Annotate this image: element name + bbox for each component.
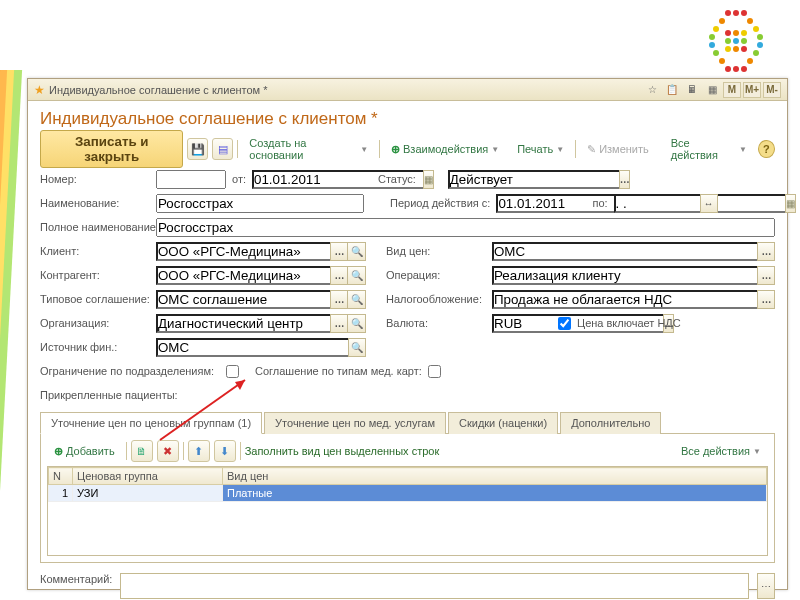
window-title: Индивидуальное соглашение с клиентом * (49, 84, 268, 96)
vat-included-checkbox[interactable] (558, 317, 571, 330)
client-label: Клиент: (40, 245, 150, 257)
grid[interactable]: N Ценовая группа Вид цен 1 УЗИ Платные (47, 466, 768, 556)
finsrc-label: Источник фин.: (40, 341, 150, 353)
star-icon: ★ (34, 83, 45, 97)
toolbar: Записать и закрыть 💾 ▤ Создать на основа… (40, 137, 775, 161)
clipboard-icon[interactable]: 📋 (663, 82, 681, 98)
org-label: Организация: (40, 317, 150, 329)
plus-icon: ⊕ (54, 445, 63, 458)
template-field[interactable] (156, 290, 330, 309)
tab-panel: ⊕Добавить 🗎 ✖ ⬆ ⬇ Заполнить вид цен выде… (40, 434, 775, 563)
org-field[interactable] (156, 314, 330, 333)
operation-picker-icon[interactable]: … (757, 266, 775, 285)
calendar-picker-icon[interactable]: ▦ (423, 170, 434, 189)
tax-label: Налогообложение: (386, 293, 486, 305)
org-search-icon[interactable]: 🔍 (348, 314, 366, 333)
calendar-icon[interactable]: ▦ (703, 82, 721, 98)
restrict-dept-checkbox[interactable] (226, 365, 239, 378)
tabs: Уточнение цен по ценовым группам (1) Уто… (40, 411, 775, 434)
mminus-btn[interactable]: M- (763, 82, 781, 98)
grid-all-actions-button[interactable]: Все действия▼ (674, 441, 768, 461)
pencil-icon: ✎ (587, 143, 596, 156)
contragent-label: Контрагент: (40, 269, 150, 281)
titlebar: ★ Индивидуальное соглашение с клиентом *… (28, 79, 787, 101)
mplus-btn[interactable]: M+ (743, 82, 761, 98)
patients-label: Прикрепленные пациенты: (40, 389, 178, 401)
m-btn[interactable]: M (723, 82, 741, 98)
add-button[interactable]: ⊕Добавить (47, 441, 122, 462)
org-picker-icon[interactable]: … (330, 314, 348, 333)
pricetype-picker-icon[interactable]: … (757, 242, 775, 261)
cardtypes-checkbox[interactable] (428, 365, 441, 378)
status-field[interactable] (448, 170, 619, 189)
from-label: от: (232, 173, 246, 185)
contragent-field[interactable] (156, 266, 330, 285)
contragent-picker-icon[interactable]: … (330, 266, 348, 285)
tab-med-services[interactable]: Уточнение цен по мед. услугам (264, 412, 446, 434)
status-label: Статус: (378, 173, 416, 185)
col-n[interactable]: N (49, 468, 73, 485)
vat-included-label: Цена включает НДС (577, 317, 681, 329)
tab-additional[interactable]: Дополнительно (560, 412, 661, 434)
tab-discounts[interactable]: Скидки (наценки) (448, 412, 558, 434)
move-up-icon[interactable]: ⬆ (188, 440, 210, 462)
edit-button[interactable]: ✎Изменить (580, 139, 656, 160)
fullname-field[interactable] (156, 218, 775, 237)
restrict-dept-label: Ограничение по подразделениям: (40, 365, 220, 377)
print-button[interactable]: Печать▼ (510, 139, 571, 159)
finsrc-search-icon[interactable]: 🔍 (348, 338, 366, 357)
all-actions-button[interactable]: Все действия▼ (664, 133, 754, 165)
comment-field[interactable] (120, 573, 749, 599)
client-field[interactable] (156, 242, 330, 261)
page-title: Индивидуальное соглашение с клиентом * (40, 109, 775, 129)
save-close-button[interactable]: Записать и закрыть (40, 130, 183, 168)
list-icon[interactable]: ▤ (212, 138, 233, 160)
to-label: по: (592, 197, 607, 209)
comment-label: Комментарий: (40, 573, 112, 585)
save-icon[interactable]: 💾 (187, 138, 208, 160)
comment-expand-icon[interactable]: ⋯ (757, 573, 775, 599)
client-search-icon[interactable]: 🔍 (348, 242, 366, 261)
fav-icon[interactable]: ☆ (643, 82, 661, 98)
tax-field[interactable] (492, 290, 757, 309)
window: ★ Индивидуальное соглашение с клиентом *… (27, 78, 788, 590)
interactions-button[interactable]: ⊕Взаимодействия▼ (384, 139, 506, 160)
col-group[interactable]: Ценовая группа (73, 468, 223, 485)
calc-icon[interactable]: 🖩 (683, 82, 701, 98)
currency-label: Валюта: (386, 317, 486, 329)
pricetype-field[interactable] (492, 242, 757, 261)
finsrc-field[interactable] (156, 338, 348, 357)
contragent-search-icon[interactable]: 🔍 (348, 266, 366, 285)
help-icon[interactable]: ? (758, 140, 775, 158)
delete-icon[interactable]: ✖ (157, 440, 179, 462)
fill-price-link[interactable]: Заполнить вид цен выделенных строк (245, 445, 440, 457)
fullname-label: Полное наименование: (40, 221, 150, 233)
operation-field[interactable] (492, 266, 757, 285)
cardtypes-label: Соглашение по типам мед. карт: (255, 365, 422, 377)
status-picker-icon[interactable]: … (619, 170, 630, 189)
template-label: Типовое соглашение: (40, 293, 150, 305)
period-expand-icon[interactable]: ↔ (700, 194, 718, 213)
col-price[interactable]: Вид цен (223, 468, 767, 485)
name-label: Наименование: (40, 197, 150, 209)
move-down-icon[interactable]: ⬇ (214, 440, 236, 462)
table-row[interactable]: 1 УЗИ Платные (49, 485, 767, 502)
tax-picker-icon[interactable]: … (757, 290, 775, 309)
copy-icon[interactable]: 🗎 (131, 440, 153, 462)
template-search-icon[interactable]: 🔍 (348, 290, 366, 309)
operation-label: Операция: (386, 269, 486, 281)
tab-price-groups[interactable]: Уточнение цен по ценовым группам (1) (40, 412, 262, 434)
template-picker-icon[interactable]: … (330, 290, 348, 309)
pricetype-label: Вид цен: (386, 245, 486, 257)
name-field[interactable] (156, 194, 364, 213)
number-field[interactable] (156, 170, 226, 189)
create-from-button[interactable]: Создать на основании▼ (242, 133, 375, 165)
period-label: Период действия с: (390, 197, 490, 209)
number-label: Номер: (40, 173, 150, 185)
client-picker-icon[interactable]: … (330, 242, 348, 261)
calendar-picker-icon[interactable]: ▦ (785, 194, 796, 213)
